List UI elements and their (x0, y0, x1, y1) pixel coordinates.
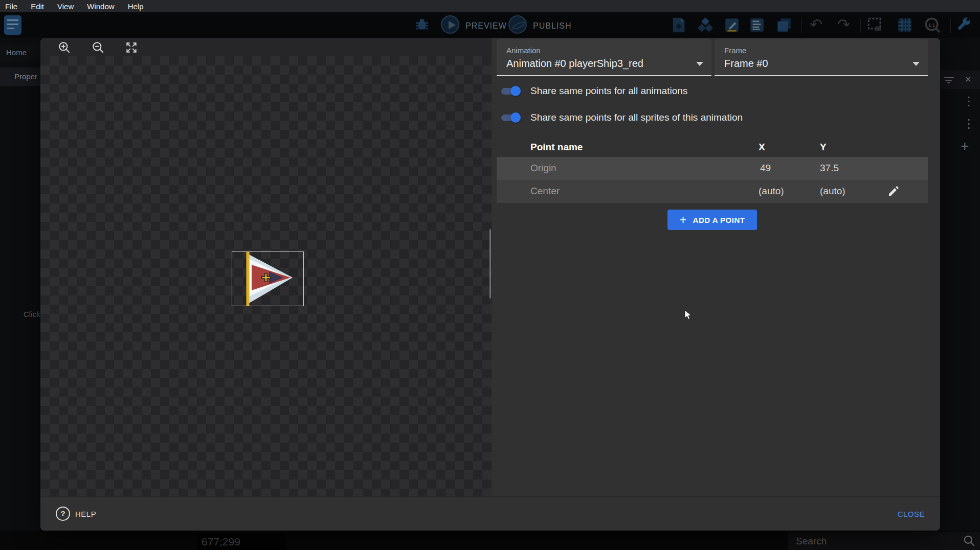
menu-window[interactable]: Window (87, 2, 114, 11)
zoom-out-icon[interactable] (92, 41, 105, 54)
add-a-point-label: ADD A POINT (693, 216, 745, 224)
plus-icon: + (680, 214, 687, 226)
sprite-canvas[interactable] (40, 38, 492, 496)
fit-to-screen-icon[interactable] (125, 41, 138, 54)
column-header-point-name: Point name (530, 142, 583, 153)
menu-bar: File Edit View Window Help (0, 0, 980, 12)
app-window: File Edit View Window Help PREVIEW PUBLI… (0, 0, 980, 550)
table-row-origin[interactable]: Origin 49 37.5 (497, 157, 928, 180)
chevron-down-icon (912, 62, 920, 66)
point-y-value[interactable]: (auto) (820, 186, 845, 197)
mouse-cursor (684, 310, 693, 321)
point-name: Origin (530, 163, 556, 174)
share-points-all-animations-label: Share same points for all animations (530, 85, 687, 97)
column-header-x: X (759, 142, 765, 153)
add-a-point-button[interactable]: + ADD A POINT (667, 210, 757, 230)
edit-points-dialog: Animation Animation #0 playerShip3_red F… (40, 38, 940, 531)
dialog-footer: ? HELP CLOSE (40, 496, 940, 531)
point-x-value[interactable]: (auto) (759, 186, 784, 197)
points-panel: Animation Animation #0 playerShip3_red F… (492, 38, 940, 496)
question-mark-icon: ? (56, 507, 70, 521)
menu-view[interactable]: View (57, 2, 74, 11)
toggle-knob (510, 112, 521, 123)
point-name: Center (530, 186, 560, 197)
frame-select-value: Frame #0 (724, 58, 768, 70)
animation-select[interactable]: Animation Animation #0 playerShip3_red (497, 39, 711, 76)
player-ship-sprite (232, 252, 303, 306)
animation-select-label: Animation (506, 46, 541, 55)
help-label: HELP (75, 510, 96, 518)
canvas-scrollbar[interactable] (489, 229, 491, 299)
share-points-all-animations-toggle[interactable] (500, 86, 521, 96)
edit-point-button[interactable] (887, 185, 901, 198)
zoom-in-icon[interactable] (58, 41, 71, 54)
animation-select-value: Animation #0 playerShip3_red (506, 58, 643, 70)
point-x-value[interactable]: 49 (760, 163, 771, 174)
share-points-all-sprites-toggle[interactable] (500, 112, 521, 123)
pencil-icon (887, 185, 900, 197)
menu-file[interactable]: File (5, 2, 17, 11)
frame-select-label: Frame (724, 46, 746, 55)
point-y-value[interactable]: 37.5 (820, 163, 839, 174)
toggle-knob (510, 86, 521, 96)
help-button[interactable]: ? HELP (56, 507, 96, 521)
menu-help[interactable]: Help (128, 2, 144, 11)
column-header-y: Y (820, 142, 827, 153)
sprite-frame-selection[interactable] (232, 251, 304, 306)
menu-edit[interactable]: Edit (31, 2, 44, 11)
table-row-center[interactable]: Center (auto) (auto) (497, 180, 928, 203)
frame-select[interactable]: Frame Frame #0 (715, 39, 928, 76)
share-points-all-sprites-label: Share same points for all sprites of thi… (530, 112, 743, 123)
chevron-down-icon (696, 62, 703, 66)
close-button[interactable]: CLOSE (898, 510, 925, 518)
